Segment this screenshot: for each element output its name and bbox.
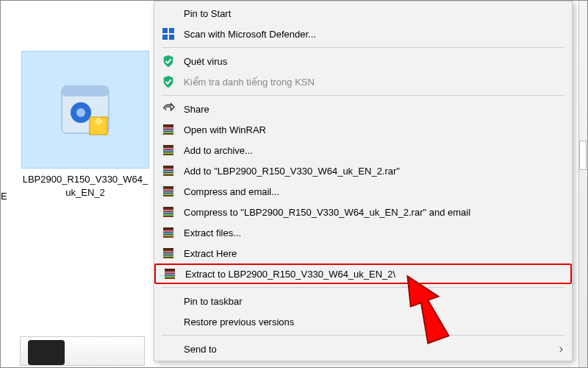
menu-item-label: Compress and email...	[184, 186, 563, 197]
archive-file-icon	[56, 80, 115, 139]
context-menu: Pin to StartScan with Microsoft Defender…	[154, 1, 573, 361]
svg-rect-20	[163, 169, 173, 170]
svg-rect-6	[162, 35, 168, 40]
svg-rect-47	[165, 276, 175, 277]
menu-item-label: Restore previous versions	[184, 316, 563, 328]
menu-item[interactable]: Pin to Start	[154, 3, 572, 24]
menu-item-label: Add to "LBP2900_R150_V330_W64_uk_EN_2.ra…	[184, 166, 563, 177]
menu-item-label: Pin to Start	[184, 8, 563, 19]
menu-separator	[162, 95, 564, 96]
explorer-background[interactable]: E LBP2900_R150_V330_W64_uk_EN_2 Pin to S…	[1, 1, 587, 367]
svg-rect-10	[163, 127, 173, 129]
menu-item-label: Kiểm tra danh tiếng trong KSN	[184, 77, 563, 88]
menu-item[interactable]: Scan with Microsoft Defender...	[154, 24, 572, 44]
rar-icon	[160, 245, 176, 261]
file-label: LBP2900_R150_V330_W64_uk_EN_2	[20, 173, 151, 199]
svg-rect-4	[162, 28, 168, 33]
menu-item[interactable]: Add to archive...	[154, 140, 572, 160]
svg-rect-30	[163, 210, 173, 211]
menu-item-label: Compress to "LBP2900_R150_V330_W64_uk_EN…	[184, 207, 563, 218]
menu-item-label: Send to	[184, 344, 559, 355]
svg-rect-34	[163, 227, 173, 230]
svg-rect-32	[163, 214, 173, 216]
rar-icon	[160, 183, 176, 199]
menu-item[interactable]: Restore previous versions	[154, 311, 572, 332]
svg-rect-40	[163, 251, 173, 252]
other-thumbnail[interactable]	[20, 336, 145, 366]
edge-tab	[579, 141, 587, 170]
svg-rect-37	[163, 235, 173, 236]
menu-item-label: Quét virus	[184, 56, 563, 67]
svg-rect-35	[163, 230, 173, 232]
menu-item-label: Extract to LBP2900_R150_V330_W64_uk_EN_2…	[185, 269, 562, 280]
svg-rect-9	[163, 124, 173, 127]
menu-item-label: Extract Here	[184, 248, 563, 259]
svg-rect-44	[165, 269, 175, 271]
svg-rect-29	[163, 207, 173, 209]
stray-letter: E	[1, 191, 7, 202]
none-icon	[160, 293, 176, 309]
menu-separator	[162, 335, 564, 336]
shield-icon	[160, 26, 176, 42]
rar-icon	[160, 163, 176, 179]
menu-item[interactable]: Kiểm tra danh tiếng trong KSN	[154, 71, 572, 92]
menu-item-label: Extract files...	[184, 227, 563, 238]
menu-item[interactable]: Open with WinRAR	[154, 119, 572, 140]
svg-rect-16	[163, 150, 173, 152]
svg-point-3	[76, 108, 85, 117]
menu-item[interactable]: Extract files...	[154, 222, 572, 243]
menu-item-label: Share	[184, 104, 563, 115]
menu-item-label: Scan with Microsoft Defender...	[184, 29, 563, 40]
file-icon-selection	[21, 51, 149, 169]
svg-rect-12	[163, 132, 173, 133]
svg-rect-24	[163, 186, 173, 188]
none-icon	[160, 341, 176, 357]
svg-rect-1	[62, 86, 109, 96]
svg-rect-27	[163, 194, 173, 195]
menu-item[interactable]: Pin to taskbar	[154, 291, 572, 311]
svg-rect-21	[163, 171, 173, 172]
svg-rect-42	[163, 255, 173, 257]
menu-separator	[162, 47, 564, 48]
menu-item[interactable]: Quét virus	[154, 51, 572, 71]
menu-item[interactable]: Share	[154, 99, 572, 119]
svg-rect-11	[163, 130, 173, 131]
svg-rect-46	[165, 274, 175, 275]
menu-item[interactable]: Extract Here	[154, 243, 572, 263]
menu-item[interactable]: Extract to LBP2900_R150_V330_W64_uk_EN_2…	[154, 263, 572, 284]
rar-icon	[160, 204, 176, 220]
svg-rect-36	[163, 233, 173, 234]
kasp-icon	[160, 74, 176, 90]
rar-icon	[160, 142, 176, 158]
svg-rect-41	[163, 253, 173, 255]
menu-item[interactable]: Add to "LBP2900_R150_V330_W64_uk_EN_2.ra…	[154, 160, 572, 181]
menu-item-label: Pin to taskbar	[184, 296, 563, 307]
rar-icon	[160, 121, 176, 138]
svg-rect-22	[163, 173, 173, 174]
kasp-icon	[160, 53, 176, 69]
svg-rect-14	[163, 145, 173, 147]
svg-rect-5	[169, 28, 174, 33]
svg-rect-7	[169, 35, 174, 40]
svg-rect-19	[163, 166, 173, 168]
menu-item[interactable]: Compress to "LBP2900_R150_V330_W64_uk_EN…	[154, 202, 572, 222]
svg-rect-25	[163, 189, 173, 191]
svg-rect-39	[163, 248, 173, 250]
menu-item[interactable]: Send to›	[154, 339, 572, 359]
menu-separator	[162, 287, 564, 288]
right-edge-strip	[578, 1, 587, 368]
svg-rect-31	[163, 212, 173, 213]
svg-rect-17	[163, 152, 173, 154]
menu-item[interactable]: Compress and email...	[154, 181, 572, 202]
menu-item-label: Add to archive...	[184, 145, 563, 156]
none-icon	[160, 314, 176, 330]
rar-icon	[162, 266, 178, 282]
svg-rect-45	[165, 272, 175, 273]
chevron-right-icon: ›	[559, 342, 563, 355]
file-item[interactable]: LBP2900_R150_V330_W64_uk_EN_2	[20, 51, 151, 199]
share-icon	[160, 101, 176, 117]
rar-icon	[160, 224, 176, 241]
menu-item-label: Open with WinRAR	[184, 124, 563, 135]
svg-rect-26	[163, 191, 173, 193]
svg-rect-15	[163, 148, 173, 149]
